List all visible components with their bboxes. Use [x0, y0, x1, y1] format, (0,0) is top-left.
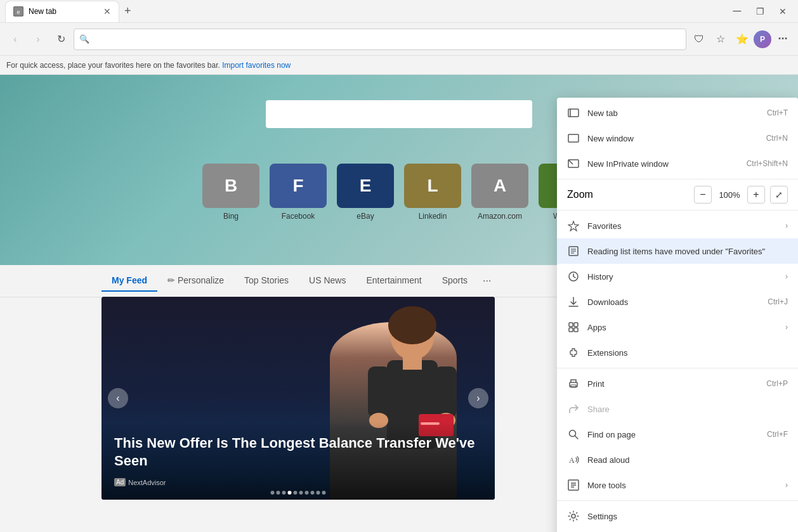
new-tab-icon: [567, 107, 580, 119]
profile-button[interactable]: P: [754, 30, 771, 48]
news-dot-4: [288, 491, 292, 495]
find-label: Find on page: [587, 430, 759, 439]
history-icon: [567, 270, 580, 283]
minimize-button[interactable]: ─: [727, 1, 747, 22]
bing-icon: B: [202, 164, 259, 208]
apps-label: Apps: [587, 323, 778, 332]
zoom-increase-button[interactable]: +: [747, 186, 765, 204]
close-tab-button[interactable]: ✕: [103, 6, 111, 16]
news-dot-6: [299, 491, 303, 495]
menu-item-read-aloud[interactable]: A Read aloud: [557, 447, 798, 472]
news-overlay: This New Offer Is The Longest Balance Tr…: [101, 422, 495, 500]
svg-rect-23: [574, 323, 578, 327]
svg-rect-22: [569, 323, 573, 327]
news-next-button[interactable]: ›: [468, 388, 488, 408]
dropdown-menu: New tab Ctrl+T New window Ctrl+N New InP…: [557, 98, 798, 532]
menu-item-apps[interactable]: Apps ›: [557, 315, 798, 340]
new-window-label: New window: [587, 134, 759, 143]
downloads-icon: [567, 295, 580, 308]
forward-button[interactable]: ›: [28, 29, 48, 49]
amazon-icon: A: [471, 164, 528, 208]
tab-more[interactable]: ···: [478, 270, 496, 292]
extensions-icon: [567, 346, 580, 359]
linkedin-icon: L: [404, 164, 461, 208]
refresh-button[interactable]: ↻: [51, 29, 71, 49]
zoom-label: Zoom: [567, 189, 689, 200]
inprivate-label: New InPrivate window: [587, 159, 739, 169]
menu-divider-4: [557, 500, 798, 501]
menu-divider-1: [557, 179, 798, 179]
menu-item-history[interactable]: History ›: [557, 264, 798, 289]
tab-my-feed[interactable]: My Feed: [101, 270, 157, 292]
menu-item-help[interactable]: ? Help and feedback ›: [557, 529, 798, 532]
print-shortcut: Ctrl+P: [766, 379, 788, 388]
tab-sports[interactable]: Sports: [432, 270, 478, 292]
menu-item-downloads[interactable]: Downloads Ctrl+J: [557, 289, 798, 315]
tab-icon: e: [13, 6, 23, 16]
address-input[interactable]: [93, 34, 681, 44]
new-tab-button[interactable]: +: [119, 4, 136, 18]
read-aloud-label: Read aloud: [587, 455, 788, 465]
settings-more-button[interactable]: ···: [773, 29, 793, 49]
more-tools-label: More tools: [587, 481, 778, 490]
quick-link-linkedin[interactable]: L Linkedin: [404, 164, 461, 221]
tab-personalize[interactable]: ✏ Personalize: [157, 270, 234, 292]
search-icon: 🔍: [79, 34, 89, 44]
print-icon: [567, 377, 580, 390]
menu-item-favorites[interactable]: Favorites ›: [557, 213, 798, 238]
close-window-button[interactable]: ✕: [773, 1, 793, 22]
back-button[interactable]: ‹: [5, 29, 25, 49]
svg-point-3: [388, 306, 436, 344]
zoom-fullscreen-button[interactable]: ⤢: [770, 186, 788, 204]
maximize-button[interactable]: ❐: [750, 1, 770, 22]
print-label: Print: [587, 379, 759, 389]
svg-rect-7: [435, 367, 457, 417]
favorites-button[interactable]: ☆: [710, 29, 731, 49]
tab-us-news[interactable]: US News: [299, 270, 356, 292]
menu-item-find[interactable]: Find on page Ctrl+F: [557, 422, 798, 447]
reading-list-label: Reading list items have moved under "Fav…: [587, 247, 788, 256]
favorites-icon: [567, 219, 580, 232]
main-content: B Bing F Facebook E eBay L Linkedin A Am…: [0, 75, 798, 532]
menu-item-reading-list[interactable]: Reading list items have moved under "Fav…: [557, 238, 798, 264]
svg-rect-24: [569, 328, 573, 332]
news-prev-button[interactable]: ‹: [108, 388, 128, 408]
news-card[interactable]: This New Offer Is The Longest Balance Tr…: [101, 297, 495, 500]
news-dot-1: [271, 491, 275, 495]
svg-rect-27: [571, 385, 576, 387]
menu-item-settings[interactable]: Settings: [557, 503, 798, 529]
facebook-icon: F: [270, 164, 327, 208]
hero-search-input[interactable]: [266, 100, 532, 128]
menu-item-new-window[interactable]: New window Ctrl+N: [557, 126, 798, 151]
tab-entertainment[interactable]: Entertainment: [356, 270, 431, 292]
quick-link-ebay[interactable]: E eBay: [337, 164, 394, 221]
news-dot-8: [311, 491, 315, 495]
import-favorites-link[interactable]: Import favorites now: [222, 61, 291, 70]
zoom-decrease-button[interactable]: −: [694, 186, 712, 204]
collections-button[interactable]: ⭐: [732, 29, 752, 49]
favorites-bar: For quick access, place your favorites h…: [0, 56, 798, 75]
news-title: This New Offer Is The Longest Balance Tr…: [114, 434, 482, 470]
menu-item-print[interactable]: Print Ctrl+P: [557, 371, 798, 396]
menu-item-more-tools[interactable]: More tools ›: [557, 472, 798, 498]
tab-top-stories[interactable]: Top Stories: [234, 270, 299, 292]
apps-icon: [567, 321, 580, 334]
history-label: History: [587, 272, 778, 282]
more-tools-icon: [567, 479, 580, 491]
menu-item-new-tab[interactable]: New tab Ctrl+T: [557, 100, 798, 126]
news-dot-5: [294, 491, 298, 495]
news-dot-10: [322, 491, 326, 495]
menu-item-inprivate[interactable]: New InPrivate window Ctrl+Shift+N: [557, 151, 798, 176]
menu-item-extensions[interactable]: Extensions: [557, 340, 798, 365]
quick-link-facebook[interactable]: F Facebook: [270, 164, 327, 221]
svg-text:A: A: [569, 456, 575, 465]
address-bar[interactable]: 🔍: [74, 29, 686, 50]
new-tab-label: New tab: [587, 108, 759, 118]
quick-link-amazon[interactable]: A Amazon.com: [471, 164, 528, 221]
active-tab[interactable]: e New tab ✕: [5, 1, 119, 22]
menu-item-share: Share: [557, 396, 798, 422]
zoom-control: Zoom − 100% + ⤢: [557, 182, 798, 207]
inprivate-icon: [567, 157, 580, 170]
tracking-prevention-button[interactable]: 🛡: [689, 29, 709, 49]
quick-link-bing[interactable]: B Bing: [202, 164, 259, 221]
